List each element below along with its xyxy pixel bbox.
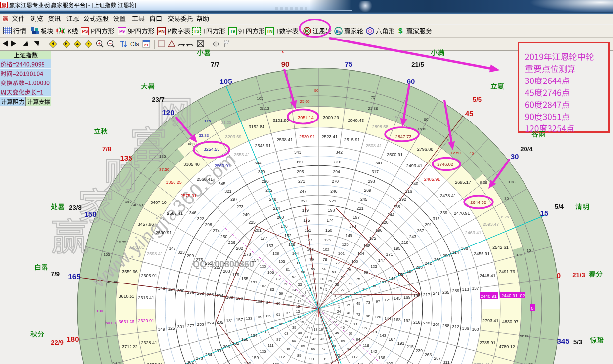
- svg-text:175: 175: [303, 218, 310, 223]
- svg-text:230: 230: [214, 348, 221, 353]
- svg-text:28.13: 28.13: [260, 106, 270, 111]
- svg-text:157: 157: [236, 317, 243, 322]
- svg-text:112: 112: [279, 355, 285, 359]
- svg-text:296: 296: [262, 179, 269, 184]
- svg-text:178: 178: [244, 252, 251, 257]
- svg-text:65: 65: [301, 344, 305, 348]
- svg-text:169: 169: [403, 295, 410, 300]
- svg-text:220: 220: [381, 220, 388, 225]
- svg-text:90: 90: [314, 88, 319, 93]
- svg-text:12.50: 12.50: [451, 151, 461, 155]
- svg-text:107: 107: [260, 284, 266, 288]
- svg-text:143: 143: [380, 333, 387, 338]
- svg-text:2613.41: 2613.41: [138, 295, 154, 300]
- svg-text:7/7: 7/7: [211, 61, 219, 68]
- svg-text:223: 223: [301, 199, 307, 203]
- svg-text:2: 2: [337, 299, 339, 303]
- svg-text:219: 219: [401, 240, 408, 245]
- svg-text:45: 45: [335, 331, 339, 335]
- svg-text:3457.96: 3457.96: [138, 222, 154, 227]
- svg-text:88: 88: [286, 347, 290, 351]
- svg-text:168: 168: [394, 317, 401, 322]
- svg-text:21.88: 21.88: [368, 106, 378, 111]
- svg-text:20: 20: [324, 326, 328, 330]
- svg-text:141: 141: [357, 362, 364, 364]
- svg-text:64: 64: [292, 339, 296, 343]
- svg-text:59: 59: [279, 292, 283, 295]
- svg-text:198: 198: [328, 208, 335, 213]
- svg-text:2491.76: 2491.76: [499, 269, 515, 274]
- svg-text:179: 179: [232, 272, 239, 277]
- svg-text:26: 26: [345, 295, 349, 299]
- svg-text:3712.22: 3712.22: [122, 344, 138, 349]
- svg-text:4830.97: 4830.97: [502, 319, 519, 324]
- svg-text:3254.55: 3254.55: [204, 147, 220, 152]
- svg-text:291: 291: [425, 222, 432, 227]
- svg-text:298: 298: [205, 222, 212, 227]
- svg-text:349: 349: [158, 327, 165, 332]
- svg-text:93: 93: [347, 347, 351, 351]
- svg-text:227: 227: [214, 265, 221, 270]
- svg-text:301: 301: [177, 324, 184, 329]
- svg-text:76: 76: [347, 267, 351, 272]
- svg-text:241: 241: [433, 291, 439, 296]
- svg-text:277: 277: [187, 324, 194, 328]
- svg-text:128: 128: [288, 243, 295, 247]
- svg-text:117: 117: [352, 355, 358, 359]
- svg-text:347: 347: [169, 246, 175, 251]
- svg-text:90: 90: [309, 357, 314, 361]
- svg-text:35: 35: [288, 295, 292, 299]
- svg-text:338: 338: [461, 246, 468, 251]
- svg-text:105: 105: [257, 96, 263, 101]
- svg-text:58: 58: [284, 283, 288, 286]
- svg-text:317: 317: [372, 169, 379, 174]
- svg-text:10: 10: [300, 294, 304, 298]
- svg-text:62: 62: [279, 323, 283, 326]
- svg-text:4: 4: [330, 291, 332, 294]
- svg-text:300: 300: [177, 288, 184, 293]
- svg-text:28: 28: [335, 283, 339, 286]
- svg-text:33.33: 33.33: [199, 133, 209, 138]
- svg-text:263: 263: [425, 352, 432, 357]
- svg-text:25.00: 25.00: [300, 99, 310, 104]
- svg-text:67: 67: [322, 347, 326, 351]
- svg-text:23: 23: [336, 315, 340, 319]
- svg-text:2593.47: 2593.47: [483, 222, 499, 227]
- svg-text:32: 32: [305, 279, 308, 283]
- svg-text:243: 243: [409, 234, 416, 239]
- svg-text:295: 295: [297, 169, 304, 174]
- svg-text:86: 86: [270, 326, 274, 330]
- svg-text:199: 199: [302, 208, 309, 213]
- svg-text:2620.91: 2620.91: [138, 318, 154, 323]
- svg-text:2478.41: 2478.41: [440, 193, 456, 198]
- svg-text:336: 336: [462, 326, 469, 331]
- svg-text:60: 60: [276, 302, 280, 305]
- svg-text:2530.91: 2530.91: [299, 134, 315, 139]
- svg-text:130: 130: [260, 264, 266, 269]
- svg-text:44: 44: [328, 335, 332, 339]
- svg-text:48: 48: [347, 311, 350, 315]
- svg-text:320: 320: [258, 169, 265, 174]
- svg-text:337: 337: [472, 286, 479, 291]
- svg-text:68: 68: [332, 344, 336, 348]
- svg-text:21/3: 21/3: [572, 271, 585, 279]
- svg-text:288: 288: [442, 324, 449, 328]
- svg-text:106: 106: [267, 270, 274, 275]
- svg-text:2949.43: 2949.43: [348, 118, 364, 123]
- svg-text:2796.88: 2796.88: [417, 147, 434, 152]
- svg-text:116: 116: [338, 363, 345, 364]
- svg-text:225: 225: [249, 220, 256, 225]
- svg-text:297: 297: [230, 197, 237, 202]
- svg-text:340: 340: [411, 181, 418, 186]
- svg-text:6: 6: [320, 286, 322, 290]
- svg-text:118: 118: [363, 343, 369, 348]
- svg-text:201: 201: [255, 228, 262, 233]
- svg-text:205: 205: [217, 320, 223, 324]
- svg-text:3661.36: 3661.36: [119, 319, 135, 324]
- svg-text:325: 325: [168, 326, 175, 331]
- svg-text:302: 302: [187, 360, 194, 364]
- svg-text:222: 222: [329, 199, 336, 203]
- svg-text:53.13: 53.13: [112, 361, 123, 364]
- svg-text:7/9: 7/9: [51, 270, 60, 278]
- svg-text:2448.41: 2448.41: [480, 273, 496, 278]
